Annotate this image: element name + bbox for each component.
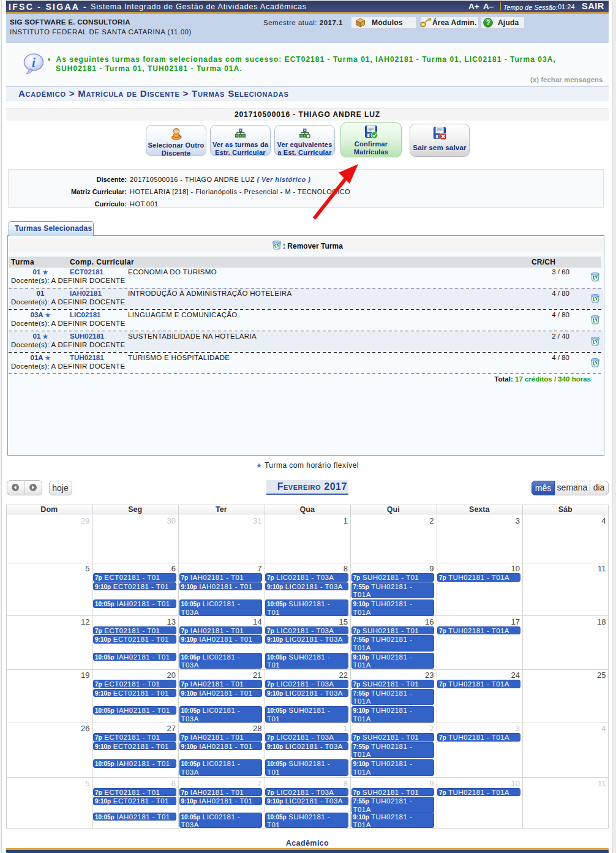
- svg-text:i: i: [32, 55, 36, 70]
- svg-text:?: ?: [486, 19, 490, 26]
